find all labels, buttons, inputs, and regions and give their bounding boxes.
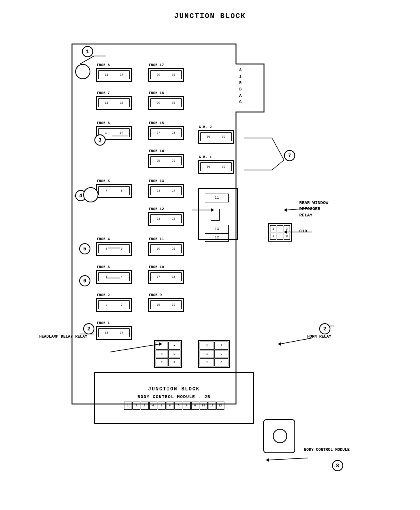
callout-8: 8	[332, 460, 343, 471]
callout-6: 6	[79, 275, 90, 286]
headlamp-relay-block: ■ 4 5 7 9	[154, 340, 182, 368]
mount-hole-left	[83, 187, 98, 202]
c10-connector: 1 3 4 8	[268, 223, 292, 242]
big-relay-block: 11 13 12	[198, 188, 238, 240]
svg-line-9	[272, 138, 284, 160]
fuse-13: FUSE 13 23 24	[148, 184, 184, 198]
svg-line-22	[268, 458, 308, 460]
fuse-14: FUSE 14 25 26	[148, 154, 184, 168]
c10-label: C10	[299, 229, 307, 234]
fuse-5: FUSE 5 7 8	[96, 184, 132, 198]
svg-line-24	[80, 56, 94, 64]
mount-hole-bottom-right	[273, 429, 287, 443]
fuse-17: FUSE 17 29 30	[148, 68, 184, 82]
svg-marker-23	[266, 458, 269, 462]
side-tab-right	[263, 419, 295, 453]
cb-1: C.B. 1 30 36	[198, 160, 234, 174]
page-title: JUNCTION BLOCK	[0, 0, 420, 20]
svg-marker-15	[284, 208, 287, 212]
callout-2-horn: 2	[319, 323, 330, 334]
body-control-module-label: BODY CONTROL MODULE	[304, 447, 350, 453]
fuse-12: FUSE 12 21 22	[148, 212, 184, 226]
svg-line-20	[110, 344, 160, 352]
fuse-7: FUSE 7 11 12	[96, 96, 132, 110]
airbag-label: AIRBAG	[239, 67, 242, 106]
bcm-title-line1: JUNCTION BLOCK	[148, 386, 200, 392]
headlamp-label: HEADLAMP DELAY RELAY	[39, 334, 87, 340]
horn-label: HORN RELAY	[307, 334, 331, 340]
fuse-3: FUSE 3 3 4	[96, 270, 132, 284]
bcm-pins-row: 1 2 3 4 5 6 7 8 9 10 11 12	[124, 402, 224, 410]
fuse-8: FUSE 8 11 14	[96, 68, 132, 82]
callout-2-headlamp: 2	[83, 323, 94, 334]
rear-window-defogger-label: REAR WINDOWDEFOGGERRELAY	[299, 200, 328, 218]
fuse-2: FUSE 2 : 2	[96, 298, 132, 312]
cb-2: C.B. 2 30 36	[198, 130, 234, 144]
fuse-1: FUSE 1 33 34	[96, 326, 132, 340]
horn-relay-block: □ 7 □ 5 □ 6	[198, 340, 230, 368]
fuse-4: FUSE 4 5 6	[96, 242, 132, 256]
bcm-box: JUNCTION BLOCK BODY CONTROL MODULE - JB …	[94, 372, 254, 424]
callout-1: 1	[82, 46, 93, 57]
callout-3: 3	[94, 134, 106, 146]
callout-7: 7	[284, 150, 295, 161]
callout-5: 5	[79, 243, 90, 254]
fuse-11: FUSE 11 19 20	[148, 242, 184, 256]
bcm-title-line2: BODY CONTROL MODULE - JB	[138, 394, 210, 399]
fuse-16: FUSE 16 29 30	[148, 96, 184, 110]
fuse-10: FUSE 10 17 18	[148, 270, 184, 284]
fuse-9: FUSE 9 15 16	[148, 298, 184, 312]
mount-hole-top	[75, 64, 90, 79]
diagram-container: 1 AIRBAG FUSE 8 11 14 FUSE 17 29 30 FUSE…	[32, 24, 376, 496]
svg-marker-19	[278, 342, 281, 346]
fuse-15: FUSE 15 27 28	[148, 126, 184, 140]
svg-line-11	[272, 160, 284, 170]
